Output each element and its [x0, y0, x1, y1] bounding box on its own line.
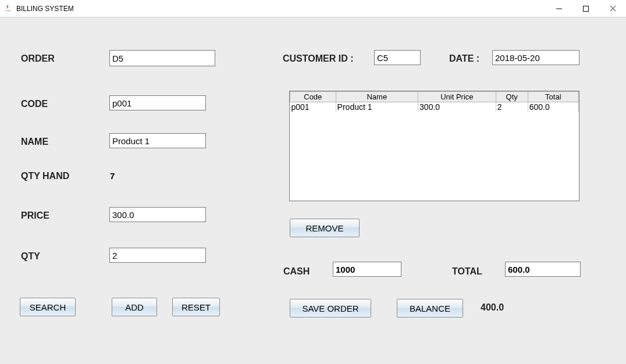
order-items-table-panel: Code Name Unit Price Qty Total p001 Prod…: [289, 91, 579, 201]
balance-button[interactable]: BALANCE: [397, 299, 463, 317]
balance-value: 400.0: [481, 302, 504, 313]
content-panel: ORDER CODE NAME QTY HAND 7 PRICE QTY SEA…: [0, 17, 626, 364]
cash-input[interactable]: [333, 262, 401, 277]
cell-total[interactable]: 600.0: [528, 102, 578, 112]
th-name[interactable]: Name: [336, 92, 418, 102]
java-icon: [3, 4, 13, 13]
qtyhand-value: 7: [110, 171, 115, 181]
window-title: BILLING SYSTEM: [16, 5, 74, 13]
th-qty[interactable]: Qty: [496, 92, 528, 102]
qty-input[interactable]: [109, 248, 206, 263]
customer-id-label: CUSTOMER ID :: [283, 53, 353, 64]
table-row[interactable]: p001 Product 1 300.0 2 600.0: [290, 102, 579, 112]
save-order-button[interactable]: SAVE ORDER: [290, 299, 371, 317]
qtyhand-label: QTY HAND: [21, 171, 69, 181]
cell-qty[interactable]: 2: [496, 102, 528, 112]
total-input[interactable]: [505, 262, 581, 277]
code-label: CODE: [21, 99, 48, 109]
date-label: DATE :: [449, 53, 479, 64]
close-button[interactable]: [599, 0, 626, 17]
cell-code[interactable]: p001: [290, 102, 336, 112]
svg-rect-1: [584, 6, 589, 11]
table-header-row: Code Name Unit Price Qty Total: [290, 92, 579, 102]
minimize-button[interactable]: [546, 0, 572, 17]
th-code[interactable]: Code: [290, 92, 336, 102]
order-items-table[interactable]: Code Name Unit Price Qty Total p001 Prod…: [290, 91, 579, 112]
cash-label: CASH: [283, 266, 310, 277]
add-button[interactable]: ADD: [112, 298, 157, 316]
total-label: TOTAL: [452, 266, 482, 277]
name-label: NAME: [21, 137, 48, 147]
price-input[interactable]: [109, 207, 206, 222]
price-label: PRICE: [21, 210, 49, 221]
maximize-button[interactable]: [572, 0, 599, 17]
name-input[interactable]: [109, 133, 206, 148]
titlebar: BILLING SYSTEM: [0, 0, 626, 17]
code-input[interactable]: [109, 95, 206, 110]
order-label: ORDER: [21, 53, 55, 64]
cell-name[interactable]: Product 1: [336, 102, 418, 112]
qty-label: QTY: [21, 251, 40, 262]
window-controls: [546, 0, 626, 17]
order-input[interactable]: [109, 50, 215, 66]
customer-id-input[interactable]: [374, 50, 421, 65]
search-button[interactable]: SEARCH: [20, 298, 76, 316]
reset-button[interactable]: RESET: [172, 298, 220, 316]
date-input[interactable]: [492, 50, 579, 65]
remove-button[interactable]: REMOVE: [290, 219, 360, 237]
cell-unitprice[interactable]: 300.0: [418, 102, 496, 112]
th-unitprice[interactable]: Unit Price: [418, 92, 496, 102]
th-total[interactable]: Total: [528, 92, 578, 102]
